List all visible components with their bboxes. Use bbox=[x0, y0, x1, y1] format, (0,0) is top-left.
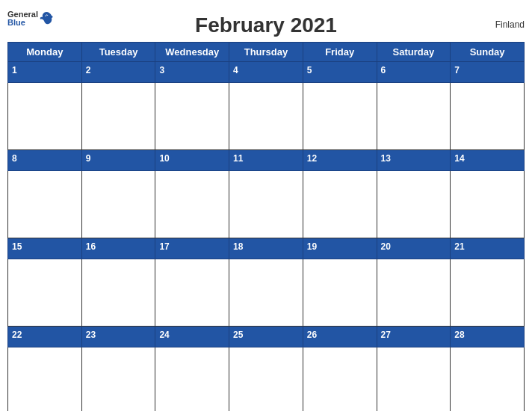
day-16-number: 16 bbox=[81, 238, 155, 259]
day-8-number: 8 bbox=[8, 150, 82, 171]
day-18-number: 18 bbox=[229, 238, 303, 259]
day-2-content bbox=[81, 83, 155, 150]
day-6-number: 6 bbox=[377, 62, 451, 83]
day-21-number: 21 bbox=[451, 238, 525, 259]
day-25-content bbox=[229, 347, 303, 412]
day-13-content bbox=[377, 171, 451, 238]
day-23-content bbox=[81, 347, 155, 412]
week-1-content bbox=[8, 83, 525, 150]
logo: General Blue bbox=[7, 10, 53, 27]
header-monday: Monday bbox=[8, 43, 82, 62]
day-6-content bbox=[377, 83, 451, 150]
month-title: February 2021 bbox=[195, 13, 337, 37]
day-24-content bbox=[155, 347, 229, 412]
header-thursday: Thursday bbox=[229, 43, 303, 62]
header-wednesday: Wednesday bbox=[155, 43, 229, 62]
day-12-number: 12 bbox=[303, 150, 377, 171]
day-10-content bbox=[155, 171, 229, 238]
day-23-number: 23 bbox=[81, 327, 155, 347]
header-sunday: Sunday bbox=[451, 43, 525, 62]
day-4-number: 4 bbox=[229, 62, 303, 83]
day-27-number: 27 bbox=[377, 327, 451, 347]
day-22-number: 22 bbox=[8, 327, 82, 347]
day-14-content bbox=[451, 171, 525, 238]
day-19-number: 19 bbox=[303, 238, 377, 259]
header-saturday: Saturday bbox=[377, 43, 451, 62]
day-24-number: 24 bbox=[155, 327, 229, 347]
logo-bird-icon bbox=[40, 10, 53, 27]
day-15-content bbox=[8, 259, 82, 327]
day-2-number: 2 bbox=[81, 62, 155, 83]
day-28-number: 28 bbox=[451, 327, 525, 347]
day-12-content bbox=[303, 171, 377, 238]
day-26-content bbox=[303, 347, 377, 412]
week-3-content bbox=[8, 259, 525, 327]
day-7-number: 7 bbox=[451, 62, 525, 83]
header-friday: Friday bbox=[303, 43, 377, 62]
week-4-content bbox=[8, 347, 525, 412]
day-27-content bbox=[377, 347, 451, 412]
day-4-content bbox=[229, 83, 303, 150]
calendar-table: Monday Tuesday Wednesday Thursday Friday… bbox=[7, 42, 525, 411]
day-15-number: 15 bbox=[8, 238, 82, 259]
header-tuesday: Tuesday bbox=[81, 43, 155, 62]
week-2-content bbox=[8, 171, 525, 238]
logo-blue-text: Blue bbox=[7, 19, 38, 27]
day-20-number: 20 bbox=[377, 238, 451, 259]
day-26-number: 26 bbox=[303, 327, 377, 347]
day-7-content bbox=[451, 83, 525, 150]
day-20-content bbox=[377, 259, 451, 327]
day-17-content bbox=[155, 259, 229, 327]
day-11-number: 11 bbox=[229, 150, 303, 171]
week-2-numbers: 891011121314 bbox=[8, 150, 525, 171]
day-16-content bbox=[81, 259, 155, 327]
day-18-content bbox=[229, 259, 303, 327]
day-13-number: 13 bbox=[377, 150, 451, 171]
day-14-number: 14 bbox=[451, 150, 525, 171]
week-4-numbers: 22232425262728 bbox=[8, 327, 525, 347]
day-3-content bbox=[155, 83, 229, 150]
country-label: Finland bbox=[495, 19, 525, 30]
day-22-content bbox=[8, 347, 82, 412]
week-3-numbers: 15161718192021 bbox=[8, 238, 525, 259]
day-11-content bbox=[229, 171, 303, 238]
calendar-header: General Blue February 2021 Finland bbox=[7, 7, 525, 42]
day-28-content bbox=[451, 347, 525, 412]
day-19-content bbox=[303, 259, 377, 327]
day-1-content bbox=[8, 83, 82, 150]
weekday-header-row: Monday Tuesday Wednesday Thursday Friday… bbox=[8, 43, 525, 62]
day-5-number: 5 bbox=[303, 62, 377, 83]
day-9-number: 9 bbox=[81, 150, 155, 171]
day-5-content bbox=[303, 83, 377, 150]
day-8-content bbox=[8, 171, 82, 238]
day-1-number: 1 bbox=[8, 62, 82, 83]
week-1-numbers: 1234567 bbox=[8, 62, 525, 83]
day-10-number: 10 bbox=[155, 150, 229, 171]
day-21-content bbox=[451, 259, 525, 327]
day-17-number: 17 bbox=[155, 238, 229, 259]
day-25-number: 25 bbox=[229, 327, 303, 347]
day-3-number: 3 bbox=[155, 62, 229, 83]
day-9-content bbox=[81, 171, 155, 238]
